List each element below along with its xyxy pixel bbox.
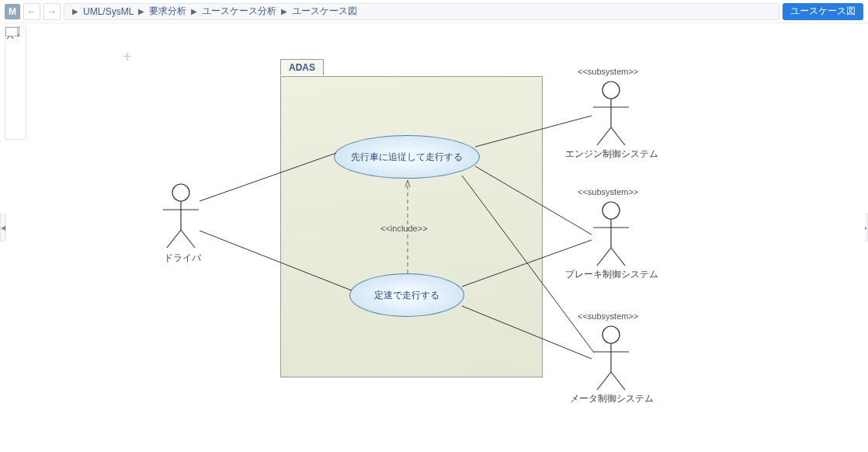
actor-meter-icon (593, 326, 629, 390)
nav-forward-button[interactable]: → (43, 3, 61, 20)
svg-line-21 (597, 127, 611, 145)
actor-engine-icon (593, 82, 629, 145)
svg-line-16 (167, 230, 181, 248)
svg-point-18 (602, 82, 620, 99)
actor-brake-label: ブレーキ制御システム (565, 268, 658, 281)
tool-palette (5, 26, 26, 140)
actor-meter-label: メータ制御システム (565, 392, 658, 405)
toolbar: M ← → ▶ UML/SysML ▶ 要求分析 ▶ ユースケース分析 ▶ ユー… (0, 0, 868, 23)
breadcrumb[interactable]: ▶ UML/SysML ▶ 要求分析 ▶ ユースケース分析 ▶ ユースケース図 (64, 3, 779, 20)
svg-line-35 (475, 116, 592, 147)
include-label: <<include>> (380, 224, 428, 233)
actor-engine-stereotype: <<subsystem>> (578, 67, 638, 76)
svg-line-36 (475, 166, 592, 235)
svg-line-26 (597, 248, 611, 266)
chevron-right-icon: ▶ (137, 7, 146, 16)
palette-usecase-icon[interactable] (7, 48, 24, 62)
svg-line-34 (200, 231, 352, 290)
svg-line-17 (181, 230, 195, 248)
actor-driver-label: ドライバ (163, 252, 202, 265)
chevron-right-icon: ▶ (189, 7, 199, 16)
palette-package-icon[interactable] (7, 85, 24, 99)
breadcrumb-item[interactable]: ユースケース分析 (202, 5, 276, 18)
svg-line-22 (611, 127, 625, 145)
app-badge[interactable]: M (5, 4, 20, 19)
breadcrumb-item[interactable]: 要求分析 (149, 5, 186, 18)
diagram-canvas[interactable]: + ADAS 先行車に追従して走行する 定速で走行する (31, 26, 865, 449)
svg-point-23 (602, 202, 620, 219)
actor-meter-stereotype: <<subsystem>> (578, 311, 638, 321)
actor-brake-stereotype: <<subsystem>> (578, 187, 638, 196)
breadcrumb-item[interactable]: ユースケース図 (292, 5, 357, 18)
svg-line-27 (611, 248, 625, 266)
actor-driver-icon (163, 184, 199, 248)
diagram-connections (31, 26, 868, 452)
palette-actor-icon[interactable] (7, 67, 24, 81)
diagram-type-button[interactable]: ユースケース図 (783, 3, 863, 20)
svg-line-37 (462, 176, 594, 353)
svg-line-31 (597, 372, 611, 390)
chevron-right-icon: ▶ (279, 7, 289, 16)
svg-rect-12 (5, 27, 18, 37)
svg-line-39 (462, 306, 592, 359)
svg-line-33 (200, 153, 336, 201)
breadcrumb-item[interactable]: UML/SysML (83, 6, 134, 17)
svg-point-28 (602, 326, 620, 343)
chevron-right-icon: ▶ (71, 7, 80, 16)
palette-boundary-icon[interactable] (7, 104, 24, 118)
left-panel-toggle[interactable]: ◀ (0, 214, 6, 242)
svg-point-13 (172, 184, 189, 201)
actor-engine-label: エンジン制御システム (565, 148, 658, 161)
actor-brake-icon (593, 202, 629, 266)
palette-note-icon[interactable] (7, 123, 24, 137)
nav-back-button[interactable]: ← (23, 3, 40, 20)
svg-line-32 (611, 372, 625, 390)
